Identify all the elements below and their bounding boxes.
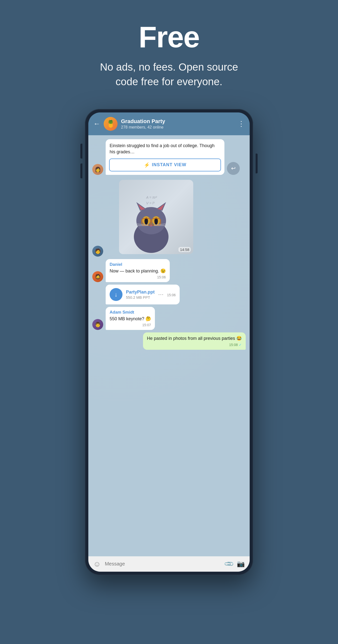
power-button (256, 154, 258, 174)
chat-messages-area: 👩 Einstein struggled to find a job out o… (88, 135, 250, 556)
message-sender: Adam Smidt (110, 310, 151, 315)
message-input-bar: ☺ 📎 📷 (88, 556, 250, 572)
download-button[interactable]: ↓ (110, 288, 122, 301)
table-row: 👨 Adam Smidt 550 MB keynote? 🤔 15:07 (92, 307, 246, 330)
article-text: Einstein struggled to find a job out of … (106, 139, 224, 158)
sticker-message: A = πr²V = l³P = 2πrA = πr³s = √(r² + h²… (119, 180, 193, 254)
header-menu-button[interactable]: ⋮ (238, 120, 245, 128)
message-sender: Daniel (110, 262, 166, 267)
list-item: Daniel Now — back to planning. 😉 15:06 (106, 259, 170, 282)
instant-view-button[interactable]: ⚡ INSTANT VIEW (109, 158, 221, 172)
table-row: 🧔 Daniel Now — back to planning. 😉 15:06 (92, 259, 246, 282)
message-text: He pasted in photos from all previous pa… (147, 336, 242, 342)
file-info: PartyPlan.ppt 550.2 MB PPT (126, 290, 155, 300)
group-info: Graduation Party 278 members, 42 online (121, 118, 234, 130)
own-message-timestamp: 15:08 ✓ (147, 343, 242, 347)
table-row: He pasted in photos from all previous pa… (92, 332, 246, 350)
table-row: ↓ PartyPlan.ppt 550.2 MB PPT ⋯ 15:06 (92, 284, 246, 304)
message-timestamp: 15:07 (110, 323, 151, 327)
cat-sticker-svg (126, 195, 176, 254)
message-timestamp: 15:06 (110, 275, 166, 279)
group-avatar: 🍍 (104, 117, 117, 131)
table-row: 👩 Einstein struggled to find a job out o… (92, 139, 246, 175)
list-item: Einstein struggled to find a job out of … (106, 139, 224, 175)
file-name: PartyPlan.ppt (126, 290, 155, 295)
chat-header: ← 🍍 Graduation Party 278 members, 42 onl… (88, 112, 250, 135)
avatar: 👩 (92, 164, 103, 175)
avatar: 🧔 (92, 271, 103, 282)
message-input[interactable] (105, 561, 221, 567)
sticker-background: A = πr²V = l³P = 2πrA = πr³s = √(r² + h²… (119, 180, 193, 254)
hero-section: Free No ads, no fees. Open sourcecode fr… (90, 0, 248, 99)
sticker-timestamp: 14:58 (178, 247, 191, 252)
list-item: Adam Smidt 550 MB keynote? 🤔 15:07 (106, 307, 155, 330)
emoji-button[interactable]: ☺ (93, 560, 101, 568)
message-text: 550 MB keynote? 🤔 (110, 316, 151, 322)
svg-point-1 (136, 207, 166, 234)
instant-view-label: INSTANT VIEW (152, 162, 187, 168)
read-checkmark: ✓ (239, 343, 242, 347)
message-text: Now — back to planning. 😉 (110, 268, 166, 274)
phone-mockup: ← 🍍 Graduation Party 278 members, 42 onl… (85, 109, 253, 575)
lightning-icon: ⚡ (144, 162, 150, 168)
phone-screen: ← 🍍 Graduation Party 278 members, 42 onl… (88, 112, 250, 572)
group-members: 278 members, 42 online (121, 125, 234, 130)
file-more-options[interactable]: ⋯ (158, 291, 164, 298)
group-name: Graduation Party (121, 118, 234, 124)
table-row: 🧑 A = πr²V = l³P = 2πrA = πr³s = √(r² + … (92, 177, 246, 256)
back-button[interactable]: ← (93, 120, 100, 128)
share-button[interactable]: ↩ (227, 162, 240, 175)
attach-button[interactable]: 📎 (223, 558, 235, 570)
hero-subtitle: No ads, no fees. Open sourcecode free fo… (100, 60, 238, 89)
file-message: ↓ PartyPlan.ppt 550.2 MB PPT ⋯ 15:06 (106, 284, 180, 304)
volume-up-button (80, 144, 82, 158)
avatar: 🧑 (92, 246, 103, 256)
camera-button[interactable]: 📷 (237, 560, 245, 568)
hero-title: Free (100, 20, 238, 54)
file-timestamp: 15:06 (167, 293, 176, 297)
article-bubble: Einstein struggled to find a job out of … (106, 139, 224, 175)
phone-outer-frame: ← 🍍 Graduation Party 278 members, 42 onl… (85, 109, 253, 575)
file-meta: 550.2 MB PPT (126, 295, 155, 300)
own-message: He pasted in photos from all previous pa… (143, 332, 246, 350)
avatar: 👨 (92, 319, 103, 330)
volume-down-button (80, 164, 82, 178)
